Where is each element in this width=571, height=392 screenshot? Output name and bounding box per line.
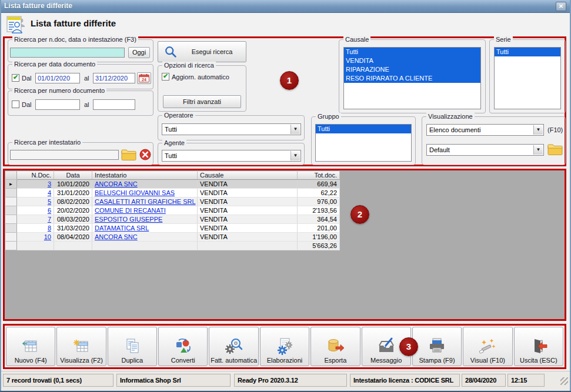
table-row[interactable]: 620/02/2020COMUNE DI RECANATIVENDITA2'19… bbox=[5, 206, 340, 215]
toolbar-button-visualizza[interactable]: Visualizza (F2) bbox=[56, 327, 106, 366]
total-empty-cell bbox=[92, 242, 198, 250]
status-date: 28/04/2020 bbox=[462, 374, 506, 387]
view-select[interactable]: Elenco documenti ▼ bbox=[426, 124, 544, 136]
cell-causale: VENDITA bbox=[198, 197, 298, 206]
new-record-icon bbox=[21, 336, 40, 357]
agente-select[interactable]: Tutti ▼ bbox=[162, 150, 301, 162]
causale-listbox[interactable]: TuttiVENDITARIPARAZIONERESO RIPARATO A C… bbox=[343, 47, 481, 109]
folder-icon[interactable] bbox=[547, 143, 563, 155]
table-row[interactable]: 831/03/2020DATAMATICA SRLVENDITA201,00 bbox=[5, 224, 340, 233]
clear-icon[interactable] bbox=[139, 149, 151, 160]
window-border bbox=[0, 0, 1, 392]
toolbar-button-converti[interactable]: Converti bbox=[158, 327, 208, 366]
intestatario-link[interactable]: BELUSCHI GIOVANNI SAS bbox=[95, 189, 175, 196]
quick-search-input[interactable] bbox=[10, 48, 125, 58]
intestatario-link[interactable]: COMUNE DI RECANATI bbox=[95, 207, 166, 214]
column-header[interactable]: Tot.doc. bbox=[298, 171, 340, 180]
dropdown-arrow-icon[interactable]: ▼ bbox=[533, 145, 543, 155]
toolbar-button-elaborazioni[interactable]: Elaborazioni bbox=[260, 327, 309, 366]
cell-causale: VENDITA bbox=[198, 206, 298, 215]
execute-search-label: Esegui ricerca bbox=[178, 48, 246, 55]
annotation-badge-1: 1 bbox=[280, 71, 299, 90]
doc-number-link[interactable]: 10 bbox=[44, 233, 51, 240]
serie-listbox[interactable]: Tutti bbox=[494, 47, 561, 109]
date-from-checkbox[interactable] bbox=[12, 74, 19, 82]
doc-number-link[interactable]: 8 bbox=[48, 225, 51, 232]
cell-intestatario: CASALETTI ARTI GRAFICHE SRL bbox=[92, 197, 198, 206]
row-selector[interactable]: ► bbox=[5, 180, 17, 189]
number-from-input[interactable] bbox=[35, 99, 80, 110]
invoice-list-icon bbox=[6, 15, 26, 34]
row-selector[interactable] bbox=[5, 197, 17, 206]
view-shortcut-label: (F10) bbox=[547, 126, 563, 133]
cell-data: 08/02/2020 bbox=[54, 197, 92, 206]
table-row[interactable]: 431/01/2020BELUSCHI GIOVANNI SASVENDITA6… bbox=[5, 189, 340, 197]
list-option[interactable]: RESO RIPARATO A CLIENTE bbox=[344, 74, 480, 83]
folder-icon[interactable] bbox=[121, 149, 136, 160]
list-option[interactable]: RIPARAZIONE bbox=[344, 65, 480, 74]
list-option[interactable]: Tutti bbox=[495, 48, 560, 56]
operatore-select[interactable]: Tutti ▼ bbox=[162, 123, 301, 135]
table-row[interactable]: 1008/04/2020ANCORA SNCVENDITA1'196,00 bbox=[5, 233, 340, 242]
toolbar-button-esporta[interactable]: Esporta bbox=[310, 327, 360, 366]
table-row[interactable]: ►310/01/2020ANCORA SNCVENDITA669,94 bbox=[5, 180, 340, 189]
intestatario-group: Ricerca per intestatario bbox=[8, 142, 153, 165]
dropdown-arrow-icon[interactable]: ▼ bbox=[533, 125, 543, 135]
toolbar-button-duplica[interactable]: Duplica bbox=[108, 327, 157, 366]
toolbar-button-stampa[interactable]: Stampa (F9) bbox=[412, 327, 462, 366]
number-from-checkbox[interactable] bbox=[12, 100, 19, 108]
today-button[interactable]: Oggi bbox=[128, 47, 150, 58]
doc-number-link[interactable]: 6 bbox=[48, 207, 51, 214]
toolbar-button-uscita[interactable]: Uscita (ESC) bbox=[514, 327, 563, 366]
number-to-input[interactable] bbox=[93, 99, 135, 110]
doc-number-link[interactable]: 5 bbox=[48, 198, 51, 205]
intestatario-link[interactable]: CASALETTI ARTI GRAFICHE SRL bbox=[95, 198, 196, 205]
column-header[interactable]: N.Doc. bbox=[17, 171, 54, 180]
cell-causale: VENDITA bbox=[198, 180, 298, 189]
close-button[interactable]: ✕ bbox=[556, 2, 566, 11]
row-selector[interactable] bbox=[5, 206, 17, 215]
calendar-button[interactable]: 24 bbox=[137, 72, 151, 84]
gruppo-listbox[interactable]: Tutti bbox=[315, 124, 412, 162]
toolbar-button-label: Converti bbox=[171, 357, 195, 364]
row-selector[interactable] bbox=[5, 215, 17, 224]
intestatario-link[interactable]: ANCORA SNC bbox=[95, 233, 138, 240]
auto-update-checkbox[interactable] bbox=[162, 73, 169, 81]
intestatario-link[interactable]: DATAMATICA SRL bbox=[95, 225, 149, 232]
intestatario-link[interactable]: ANCORA SNC bbox=[95, 180, 138, 187]
column-header[interactable]: Causale bbox=[198, 171, 298, 180]
toolbar-button-fatt-automatica[interactable]: Fatt. automatica bbox=[209, 327, 258, 366]
date-to-input[interactable] bbox=[93, 73, 135, 83]
doc-number-link[interactable]: 7 bbox=[48, 216, 51, 223]
row-selector[interactable] bbox=[5, 224, 17, 233]
table-row[interactable]: 708/03/2020ESPOSITO GIUSEPPEVENDITA364,5… bbox=[5, 215, 340, 224]
column-header[interactable]: Intestatario bbox=[92, 171, 198, 180]
annotation-badge-2: 2 bbox=[350, 205, 369, 224]
execute-search-button[interactable]: Esegui ricerca bbox=[158, 41, 246, 62]
list-option[interactable]: VENDITA bbox=[344, 56, 480, 65]
row-selector[interactable] bbox=[5, 189, 17, 197]
cell-ndoc: 5 bbox=[17, 197, 54, 206]
toolbar-button-nuovo[interactable]: Nuovo (F4) bbox=[6, 327, 55, 366]
number-range-group: Ricerca per numero documento Dal al bbox=[8, 91, 153, 116]
print-icon bbox=[428, 336, 446, 357]
duplicate-icon bbox=[123, 336, 142, 357]
row-selector[interactable] bbox=[5, 233, 17, 242]
intestatario-input[interactable] bbox=[10, 150, 119, 160]
intestatario-link[interactable]: ESPOSITO GIUSEPPE bbox=[95, 216, 162, 223]
list-option[interactable]: Tutti bbox=[344, 48, 480, 56]
dropdown-arrow-icon[interactable]: ▼ bbox=[290, 125, 300, 134]
resize-grip-icon[interactable] bbox=[560, 377, 568, 385]
column-header[interactable]: Data bbox=[54, 171, 92, 180]
list-option[interactable]: Tutti bbox=[316, 125, 411, 133]
advanced-filters-button[interactable]: Filtri avanzati bbox=[163, 95, 241, 108]
doc-number-link[interactable]: 3 bbox=[48, 180, 51, 187]
toolbar-button-visual[interactable]: Visual (F10) bbox=[463, 327, 512, 366]
layout-select[interactable]: Default ▼ bbox=[426, 144, 544, 156]
dropdown-arrow-icon[interactable]: ▼ bbox=[290, 151, 300, 160]
cell-tot: 1'196,00 bbox=[298, 233, 340, 242]
date-from-input[interactable] bbox=[35, 73, 80, 83]
doc-number-link[interactable]: 4 bbox=[48, 189, 51, 196]
table-row[interactable]: 508/02/2020CASALETTI ARTI GRAFICHE SRLVE… bbox=[5, 197, 340, 206]
convert-icon bbox=[173, 336, 192, 357]
